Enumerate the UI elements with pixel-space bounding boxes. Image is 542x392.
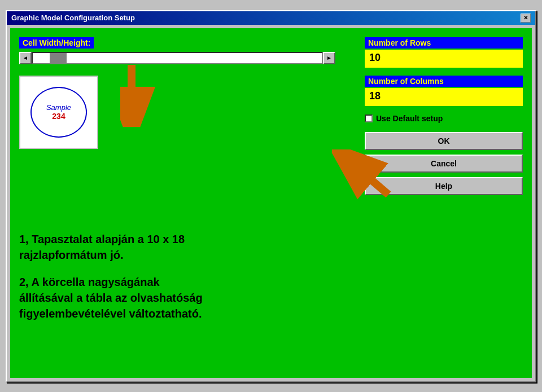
slider-right-arrow[interactable]: ►	[323, 52, 335, 64]
sample-number: 234	[52, 112, 65, 121]
text-line-5: figyelembevételével változtatható.	[19, 307, 202, 320]
main-text-area: 1, Tapasztalat alapján a 10 x 18 rajzlap…	[19, 231, 203, 333]
checkbox-row: Use Default setup	[365, 114, 523, 123]
sample-cell: Sample 234	[19, 76, 98, 149]
sample-circle: Sample 234	[30, 87, 87, 138]
text-paragraph-2: 2, A körcella nagyságának állításával a …	[19, 274, 203, 321]
text-line-2: rajzlapformátum jó.	[19, 249, 123, 261]
sample-label: Sample	[46, 103, 71, 112]
close-button[interactable]: ✕	[521, 14, 531, 23]
columns-value: 18	[365, 88, 523, 106]
text-line-4: állításával a tábla az olvashatóság	[19, 292, 203, 304]
arrow-annotation-1	[120, 59, 165, 127]
ok-button[interactable]: OK	[365, 132, 523, 150]
rows-label: Number of Rows	[365, 37, 523, 49]
slider-left-arrow[interactable]: ◄	[19, 52, 32, 64]
cell-width-height-label: Cell Width/Height:	[19, 37, 94, 49]
slider-thumb[interactable]	[50, 53, 67, 63]
rows-value: 10	[365, 50, 523, 68]
default-setup-label: Use Default setup	[376, 114, 443, 123]
text-line-3: 2, A körcella nagyságának	[19, 276, 160, 288]
slider-row: ◄ ►	[19, 52, 335, 64]
svg-line-3	[349, 161, 388, 195]
text-line-1: 1, Tapasztalat alapján a 10 x 18	[19, 233, 185, 245]
window-content: Cell Width/Height: ◄ ► Sample 234	[10, 28, 532, 378]
slider-track[interactable]	[32, 52, 323, 64]
arrow-annotation-2	[332, 149, 400, 206]
columns-label: Number of Columns	[365, 76, 523, 87]
text-paragraph-1: 1, Tapasztalat alapján a 10 x 18 rajzlap…	[19, 231, 203, 263]
default-setup-checkbox[interactable]	[365, 114, 373, 122]
title-bar: Graphic Model Configuration Setup ✕	[7, 11, 535, 25]
main-window: Graphic Model Configuration Setup ✕ Cell…	[6, 10, 536, 382]
title-bar-buttons: ✕	[521, 14, 531, 23]
window-title: Graphic Model Configuration Setup	[11, 14, 135, 22]
